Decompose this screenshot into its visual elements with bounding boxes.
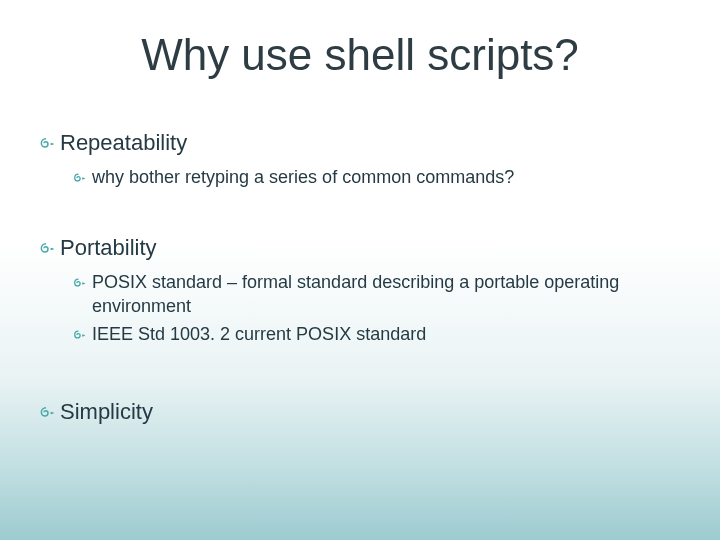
sub-list-item: why bother retyping a series of common c… xyxy=(72,165,670,189)
list-item-label: Simplicity xyxy=(60,397,153,428)
sub-list-item-text: POSIX standard – formal standard describ… xyxy=(92,270,670,319)
swirl-bullet-icon xyxy=(38,128,60,159)
list-item-label: Portability xyxy=(60,233,157,264)
swirl-bullet-icon xyxy=(38,233,60,264)
list-item: Simplicity xyxy=(38,397,670,428)
sub-list-item-text: why bother retyping a series of common c… xyxy=(92,165,514,189)
list-item-label: Repeatability xyxy=(60,128,187,159)
sub-list-item: POSIX standard – formal standard describ… xyxy=(72,270,670,319)
slide: Why use shell scripts? Repeatability why… xyxy=(0,0,720,540)
list-item: Portability xyxy=(38,233,670,264)
sub-list-item-text: IEEE Std 1003. 2 current POSIX standard xyxy=(92,322,426,346)
list-item: Repeatability xyxy=(38,128,670,159)
swirl-bullet-icon xyxy=(72,270,92,319)
swirl-bullet-icon xyxy=(38,397,60,428)
sub-list-item: IEEE Std 1003. 2 current POSIX standard xyxy=(72,322,670,346)
swirl-bullet-icon xyxy=(72,322,92,346)
slide-content: Repeatability why bother retyping a seri… xyxy=(38,128,670,434)
slide-title: Why use shell scripts? xyxy=(0,30,720,80)
swirl-bullet-icon xyxy=(72,165,92,189)
